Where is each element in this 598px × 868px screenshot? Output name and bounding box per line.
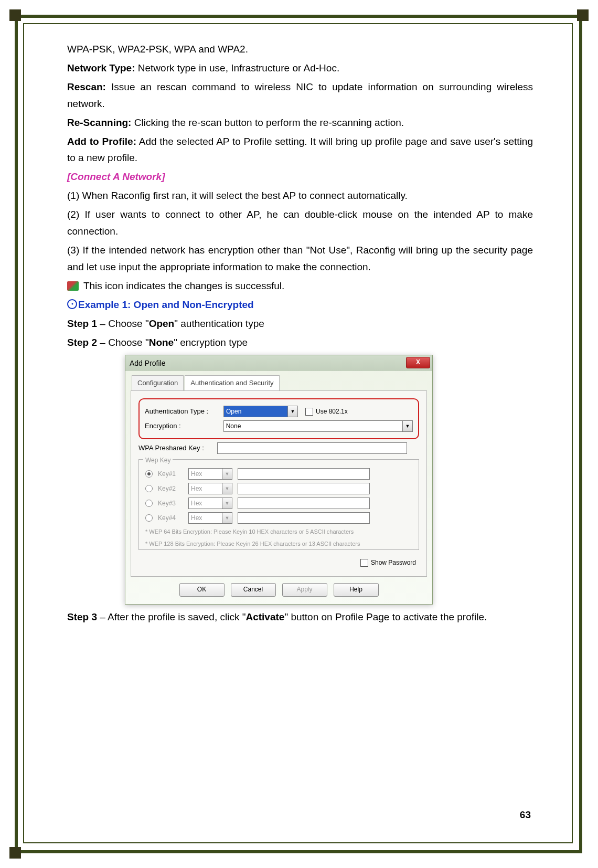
wep-key2-radio[interactable] (145, 485, 153, 492)
body-text: Rescan: Issue an rescan command to wirel… (67, 79, 533, 112)
highlight-box: Authentication Type : Open ▼ Use 802.1x … (138, 398, 419, 439)
chevron-down-icon: ▼ (222, 469, 232, 479)
add-profile-dialog: Add Profile X Configuration Authenticati… (125, 355, 433, 605)
corner-decoration (9, 9, 21, 21)
body-text: Add to Profile: Add the selected AP to P… (67, 133, 533, 167)
chevron-down-icon: ▼ (402, 421, 412, 431)
auth-type-select[interactable]: Open ▼ (223, 406, 298, 417)
dialog-button-row: OK Cancel Apply Help (125, 577, 432, 604)
corner-decoration (577, 9, 589, 21)
page-number: 63 (520, 809, 531, 821)
wpa-key-label: WPA Preshared Key : (138, 442, 217, 454)
example-heading: Example 1: Open and Non-Encrypted (67, 297, 533, 313)
wep-key4-radio[interactable] (145, 514, 153, 522)
chevron-down-icon: ▼ (222, 498, 232, 509)
body-text: (3) If the intended network has encrypti… (67, 242, 533, 276)
wep-key1-radio[interactable] (145, 470, 153, 478)
tab-configuration[interactable]: Configuration (132, 375, 184, 390)
body-text: (1) When Raconfig first ran, it will sel… (67, 187, 533, 204)
wep-key3-format[interactable]: Hex▼ (188, 497, 232, 509)
label: Network Type: (67, 62, 135, 73)
step-line: Step 1 – Choose "Open" authentication ty… (67, 315, 533, 332)
body-text: Re-Scanning: Clicking the re-scan button… (67, 114, 533, 131)
chevron-down-icon: ▼ (222, 513, 232, 523)
dialog-panel: Authentication Type : Open ▼ Use 802.1x … (131, 390, 427, 577)
label: Re-Scanning: (67, 117, 131, 128)
chevron-down-icon: ▼ (222, 483, 232, 494)
wep-key-row: Key#2 Hex▼ (145, 483, 412, 494)
close-button[interactable]: X (406, 357, 430, 368)
body-text: WPA-PSK, WPA2-PSK, WPA and WPA2. (67, 41, 533, 58)
bullet-icon (67, 299, 77, 309)
cancel-button[interactable]: Cancel (231, 583, 276, 597)
wep-key4-input[interactable] (238, 512, 370, 524)
wep-key-fieldset: Wep Key Key#1 Hex▼ Key#2 Hex▼ Key#3 Hex▼ (138, 459, 419, 550)
apply-button[interactable]: Apply (282, 583, 327, 597)
wep-key3-input[interactable] (238, 497, 370, 509)
show-password-checkbox[interactable]: Show Password (138, 557, 416, 568)
dialog-tabs: Configuration Authentication and Securit… (125, 371, 432, 390)
dialog-title: Add Profile (130, 357, 165, 370)
corner-decoration (9, 847, 21, 859)
body-text: (2) If user wants to connect to other AP… (67, 206, 533, 240)
wep-key-row: Key#3 Hex▼ (145, 497, 412, 509)
body-text: This icon indicates the changes is succe… (67, 278, 533, 294)
encryption-select[interactable]: None ▼ (223, 420, 413, 432)
wep-key2-format[interactable]: Hex▼ (188, 483, 232, 494)
handshake-icon (67, 281, 79, 291)
chevron-down-icon: ▼ (287, 406, 297, 417)
wep-key1-format[interactable]: Hex▼ (188, 468, 232, 480)
checkbox-icon (360, 559, 368, 567)
body-text: Network Type: Network type in use, Infra… (67, 60, 533, 77)
ok-button[interactable]: OK (179, 583, 225, 597)
wep-legend: Wep Key (143, 455, 173, 465)
wep-hint: * WEP 128 Bits Encryption: Please Keyin … (145, 539, 412, 548)
wep-key-row: Key#1 Hex▼ (145, 468, 412, 480)
wpa-key-input[interactable] (217, 442, 407, 454)
page-content: WPA-PSK, WPA2-PSK, WPA and WPA2. Network… (67, 41, 533, 628)
wep-key-row: Key#4 Hex▼ (145, 512, 412, 524)
checkbox-icon (305, 408, 313, 416)
wep-key4-format[interactable]: Hex▼ (188, 512, 232, 524)
step-line: Step 3 – After the profile is saved, cli… (67, 609, 533, 626)
use-8021x-checkbox[interactable]: Use 802.1x (305, 406, 348, 417)
step-line: Step 2 – Choose "None" encryption type (67, 334, 533, 351)
dialog-titlebar: Add Profile X (125, 355, 432, 371)
wep-hint: * WEP 64 Bits Encryption: Please Keyin 1… (145, 527, 412, 536)
label: Add to Profile: (67, 136, 136, 147)
wep-key2-input[interactable] (238, 483, 370, 494)
wep-key3-radio[interactable] (145, 500, 153, 507)
label: Rescan: (67, 81, 106, 92)
tab-auth-security[interactable]: Authentication and Security (185, 375, 279, 390)
help-button[interactable]: Help (334, 583, 379, 597)
section-heading: [Connect A Network] (67, 168, 533, 185)
auth-type-label: Authentication Type : (145, 406, 223, 417)
wep-key1-input[interactable] (238, 468, 370, 480)
encryption-label: Encryption : (145, 420, 223, 432)
